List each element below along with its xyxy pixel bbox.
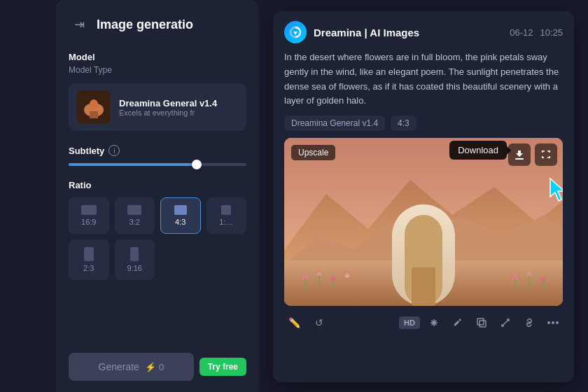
header-meta: 06-12 10:25 [510, 27, 563, 38]
ratio-label: Ratio [69, 180, 246, 190]
ratio-btn-16-9[interactable]: 16:9 [69, 197, 109, 234]
refresh-icon[interactable]: ↺ [309, 313, 329, 332]
ratio-section: Ratio 16:9 3:2 4:3 1:… [69, 180, 246, 280]
ratio-icon-3-2 [127, 205, 141, 215]
svg-rect-29 [515, 158, 524, 160]
slider-thumb [192, 160, 202, 169]
toolbar-right: HD [399, 313, 563, 332]
model-desc: Excels at everything fr [119, 108, 238, 117]
svg-point-35 [547, 321, 550, 324]
model-card[interactable]: Dreamina General v1.4 Excels at everythi… [69, 83, 246, 131]
ratio-grid-row1: 16:9 3:2 4:3 1:… [69, 197, 246, 234]
ratio-icon-16-9 [81, 205, 97, 215]
bottom-toolbar: ✏️ ↺ HD [273, 306, 574, 340]
slider-fill [69, 163, 197, 166]
model-section-label: Model [69, 52, 246, 62]
generated-image: Upscale Download [284, 138, 563, 306]
ratio-icon-2-3 [84, 247, 94, 261]
generate-button[interactable]: Generate ⚡ 0 [69, 353, 194, 381]
image-actions: Download [508, 144, 557, 166]
subtlety-header: Subtlety i [69, 145, 246, 156]
download-button[interactable] [508, 144, 531, 166]
subtlety-slider[interactable] [69, 163, 246, 166]
ratio-btn-2-3[interactable]: 2:3 [69, 239, 109, 280]
panel-title: Image generatio [97, 18, 193, 32]
right-panel: Dreamina | AI Images 06-12 10:25 In the … [273, 11, 574, 382]
svg-marker-30 [550, 178, 563, 201]
svg-rect-4 [90, 111, 98, 118]
resize-icon[interactable] [496, 313, 515, 332]
ratio-btn-9-16[interactable]: 9:16 [115, 239, 155, 280]
tag-model: Dreamina General v1.4 [284, 115, 385, 131]
try-free-badge[interactable]: Try free [200, 358, 246, 376]
svg-rect-33 [477, 318, 484, 325]
model-name: Dreamina General v1.4 [119, 98, 238, 108]
subtlety-section: Subtlety i [69, 145, 246, 166]
svg-point-19 [345, 274, 349, 278]
svg-rect-31 [454, 321, 459, 326]
generate-count-value: 0 [159, 362, 164, 372]
model-type-label: Model Type [69, 65, 246, 75]
toggle-icon: ⇥ [74, 17, 85, 32]
right-header: Dreamina | AI Images 06-12 10:25 [273, 11, 574, 50]
ratio-btn-4-3[interactable]: 4:3 [160, 197, 201, 234]
ratio-label-4-3: 4:3 [175, 218, 186, 226]
tag-row: Dreamina General v1.4 4:3 [273, 115, 574, 138]
download-tooltip: Download [449, 141, 507, 160]
ratio-label-2-3: 2:3 [83, 264, 94, 272]
ratio-label-3-2: 3:2 [130, 218, 140, 226]
svg-point-32 [459, 319, 461, 321]
svg-marker-8 [293, 31, 298, 35]
expand-button[interactable] [535, 144, 557, 166]
wand-icon[interactable] [448, 313, 468, 332]
description-text: In the desert where flowers are in full … [273, 50, 574, 115]
more-icon[interactable] [543, 313, 563, 332]
left-panel: ⇥ Image generatio Model Model Type Dream… [56, 0, 259, 392]
svg-point-36 [552, 321, 554, 324]
subtlety-label: Subtlety [69, 146, 104, 156]
subtlety-info-icon[interactable]: i [108, 145, 120, 156]
generate-bar: Generate ⚡ 0 Try free [69, 353, 246, 381]
svg-point-37 [556, 321, 559, 324]
ratio-label-16-9: 16:9 [81, 218, 96, 226]
link-icon[interactable] [519, 313, 539, 332]
enhance-icon[interactable] [424, 313, 444, 332]
app-icon [284, 21, 307, 43]
ratio-btn-3-2[interactable]: 3:2 [115, 197, 155, 234]
ratio-icon-1-1 [221, 205, 231, 215]
model-info: Dreamina General v1.4 Excels at everythi… [119, 98, 238, 117]
svg-rect-15 [412, 267, 435, 306]
svg-rect-34 [479, 321, 486, 327]
panel-content: Model Model Type Dreamina General v1.4 E… [69, 52, 246, 294]
sidebar-toggle[interactable]: ⇥ [69, 14, 90, 35]
tag-ratio: 4:3 [391, 115, 416, 131]
model-thumbnail [77, 90, 111, 124]
ratio-icon-9-16 [130, 247, 139, 261]
generate-label: Generate [99, 361, 139, 372]
hd-badge[interactable]: HD [399, 316, 420, 329]
ratio-grid-row2: 2:3 9:16 [69, 239, 246, 280]
generate-count: ⚡ 0 [145, 362, 164, 372]
upscale-badge: Upscale [291, 145, 335, 160]
edit-icon[interactable]: ✏️ [284, 313, 304, 332]
ratio-label-9-16: 9:16 [127, 264, 142, 272]
panel-header: ⇥ Image generatio [69, 14, 246, 35]
crop-icon[interactable] [472, 313, 491, 332]
app-name: Dreamina | AI Images [314, 27, 419, 38]
svg-point-3 [90, 99, 98, 109]
ratio-btn-1-1[interactable]: 1:… [206, 197, 247, 234]
lightning-icon: ⚡ [145, 362, 156, 372]
ratio-icon-4-3 [174, 205, 187, 215]
ratio-label-1-1: 1:… [219, 218, 233, 226]
meta-date: 06-12 [510, 27, 533, 38]
meta-time: 10:25 [540, 27, 563, 38]
